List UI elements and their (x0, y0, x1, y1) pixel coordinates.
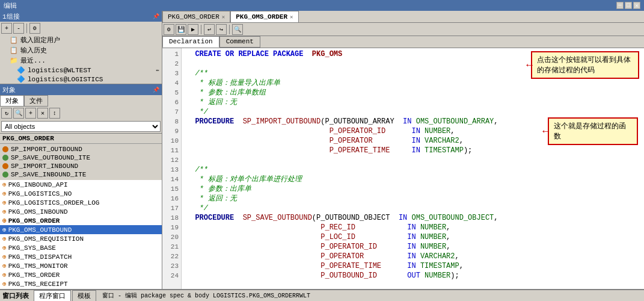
nav-recent[interactable]: 📁 最近... (0, 55, 162, 66)
pkg-icon-3: ⊕ (2, 208, 7, 216)
nav-history[interactable]: 📋 输入历史 (0, 45, 162, 55)
maximize-btn[interactable]: □ (625, 2, 632, 9)
pin-icon: 📌 (153, 13, 159, 20)
right-toolbar: ⚙ 💾 ▶ ↩ ↪ 🔍 (162, 23, 644, 36)
tree-node-2[interactable]: ⊕ PKG_LOGISTICS_ORDER_LOG (0, 198, 162, 207)
code-line-13[interactable]: /** (186, 165, 639, 175)
code-line-5[interactable]: * 参数：出库单数组 (186, 88, 639, 98)
code-content[interactable]: CREATE OR REPLACE PACKAGE PKG_OMS /** * … (182, 48, 644, 289)
win-tab-editor[interactable]: 程序窗口 (34, 290, 71, 302)
sp-dot-3 (2, 163, 8, 169)
add-btn[interactable]: + (1, 23, 12, 34)
pkg-icon-1: ⊕ (2, 190, 7, 197)
tree-node-11[interactable]: ⊕ PKG_TMS_RECEIPT (0, 279, 162, 288)
remove-btn[interactable]: - (13, 23, 24, 34)
tree-node-10[interactable]: ⊕ PKG_TMS_ORDER (0, 270, 162, 279)
tree-node-6[interactable]: ⊕ PKG_OMS_REQUISITION (0, 234, 162, 243)
code-line-12[interactable] (186, 155, 639, 165)
code-line-6[interactable]: * 返回：无 (186, 98, 639, 107)
tree-node-0[interactable]: ⊕ PKG_INBOUND_API (0, 180, 162, 189)
compile-btn[interactable]: ⚙ (164, 24, 174, 35)
line-num-1: 1 (162, 49, 181, 59)
code-line-18[interactable]: PROCEDURE SP_SAVE_OUTBOUND(P_OUTBOUND_OB… (186, 213, 639, 223)
code-line-23[interactable]: P_OPERATE_TIME IN TIMESTAMP, (186, 261, 639, 271)
code-line-19[interactable]: P_REC_ID IN NUMBER, (186, 223, 639, 232)
tab-close-2[interactable]: ✕ (290, 14, 293, 20)
code-line-16[interactable]: * 返回：无 (186, 194, 639, 203)
tree-node-3[interactable]: ⊕ PKG_OMS_INBOUND (0, 207, 162, 216)
code-line-21[interactable]: P_OPERATOR_ID IN NUMBER, (186, 242, 639, 252)
sp-item-1[interactable]: SP_IMPORT_OUTBOUND (1, 145, 161, 154)
recent-icon: 📁 (10, 57, 18, 64)
win-tab-template[interactable]: 模板 (72, 290, 96, 302)
tab-pkg-oms-1[interactable]: PKG_OMS_ORDER ✕ (162, 11, 230, 22)
code-line-20[interactable]: P_LOC_ID IN NUMBER, (186, 232, 639, 242)
pkg-icon-0: ⊕ (2, 181, 7, 188)
line-num-9: 9 (162, 126, 181, 136)
search-btn[interactable]: 🔍 (232, 24, 243, 35)
line-num-6: 6 (162, 98, 181, 107)
obj-refresh-btn[interactable]: ↻ (1, 108, 12, 119)
sp-item-3[interactable]: SP_IMPORT_INBOUND (1, 162, 161, 170)
save-btn[interactable]: 💾 (176, 24, 186, 35)
nav-fixed-users[interactable]: 📋 载入固定用户 (0, 35, 162, 45)
code-line-4[interactable]: * 标题：批量导入出库单 (186, 78, 639, 88)
code-line-7[interactable]: */ (186, 107, 639, 117)
arrow-2: ← (542, 125, 549, 137)
code-editor[interactable]: 123456789101112131415161718192021222324 … (162, 48, 644, 289)
pkg-header: PKG_OMS_ORDER (0, 134, 162, 144)
tree-node-5[interactable]: ⊕ PKG_OMS_OUTBOUND (0, 225, 162, 234)
sp-item-2[interactable]: SP_SAVE_OUTBOUND_ITE (1, 154, 161, 162)
object-filter-select[interactable]: All objects Packages Procedures Function… (1, 121, 161, 132)
pkg-icon-6: ⊕ (2, 235, 7, 243)
tab-declaration[interactable]: Declaration (162, 36, 219, 48)
line-num-10: 10 (162, 136, 181, 146)
code-line-11[interactable]: P_OPERATE_TIME IN TIMESTAMP); (186, 146, 639, 155)
code-line-24[interactable]: P_OUTBOUND_ID OUT NUMBER); (186, 271, 639, 281)
edit-icon[interactable]: ✏ (156, 67, 159, 73)
code-line-14[interactable]: * 标题：对单个出库单进行处理 (186, 175, 639, 184)
undo-btn[interactable]: ↩ (204, 24, 215, 35)
tree-node-4[interactable]: ⊕ PKG_OMS_ORDER (0, 216, 162, 225)
tab-comment[interactable]: Comment (219, 36, 260, 48)
line-num-2: 2 (162, 59, 181, 69)
tab-close-1[interactable]: ✕ (222, 14, 225, 20)
tree-node-8[interactable]: ⊕ PKG_TMS_DISPATCH (0, 252, 162, 261)
tree-node-1[interactable]: ⊕ PKG_LOGISTICS_NO (0, 189, 162, 198)
line-num-23: 23 (162, 261, 181, 271)
obj-del-btn[interactable]: ✕ (37, 108, 48, 119)
code-line-22[interactable]: P_OPERATOR IN VARCHAR2, (186, 252, 639, 261)
tab-pkg-oms-2[interactable]: PKG_OMS_ORDER ✕ (230, 11, 298, 22)
line-numbers: 123456789101112131415161718192021222324 (162, 48, 182, 289)
pkg-icon-9: ⊕ (2, 262, 7, 270)
filter-row: All objects Packages Procedures Function… (0, 120, 162, 133)
line-num-8: 8 (162, 117, 181, 126)
tree-node-7[interactable]: ⊕ PKG_SYS_BASE (0, 243, 162, 252)
objects-title: 对象 📌 (0, 84, 162, 95)
obj-new-btn[interactable]: + (25, 108, 36, 119)
redo-btn[interactable]: ↪ (216, 24, 227, 35)
settings-btn[interactable]: ⚙ (29, 23, 40, 34)
status-text: 窗口 - 编辑 package spec & body LOGISTICS.PK… (102, 291, 310, 300)
tree-node-9[interactable]: ⊕ PKG_TMS_MONITOR (0, 261, 162, 270)
line-num-16: 16 (162, 194, 181, 203)
tab-objects[interactable]: 对象 (0, 95, 24, 107)
sp-item-4[interactable]: SP_SAVE_INBOUND_ITE (1, 170, 161, 179)
nav-wltest[interactable]: 🔷 logistics@WLTEST ✏ (0, 66, 162, 75)
code-line-17[interactable]: */ (186, 203, 639, 213)
close-btn[interactable]: ✕ (633, 2, 640, 9)
code-line-15[interactable]: * 参数：出库单 (186, 184, 639, 194)
line-num-12: 12 (162, 155, 181, 165)
nav-logistics[interactable]: 🔷 logistics@LOGISTICS (0, 75, 162, 84)
pkg-icon-4: ⊕ (2, 217, 7, 225)
arrow-1: ← (526, 59, 533, 71)
obj-sort-btn[interactable]: ↕ (49, 108, 60, 119)
pkg-icon-10: ⊕ (2, 271, 7, 279)
sp-dot-4 (2, 172, 8, 178)
tab-files[interactable]: 文件 (24, 95, 48, 107)
obj-filter-btn[interactable]: 🔍 (13, 108, 24, 119)
run-btn[interactable]: ▶ (188, 24, 198, 35)
line-num-24: 24 (162, 271, 181, 281)
pkg-icon-8: ⊕ (2, 253, 7, 261)
minimize-btn[interactable]: ─ (616, 2, 624, 9)
